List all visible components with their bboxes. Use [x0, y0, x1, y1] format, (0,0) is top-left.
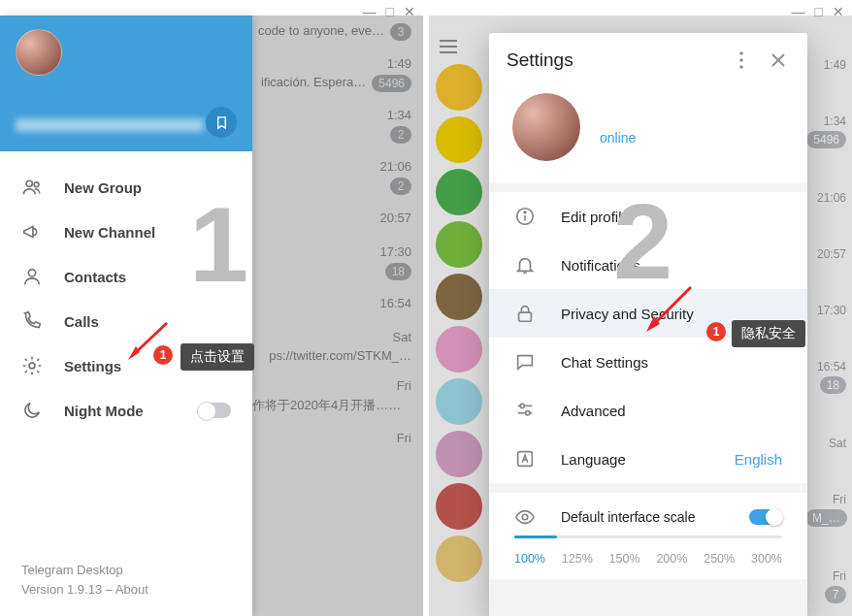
chat-row[interactable]: 1:342: [252, 100, 423, 151]
menu-label: New Group: [64, 179, 142, 196]
info-icon: [514, 206, 536, 227]
settings-notifications[interactable]: Notifications: [489, 241, 807, 289]
chat-avatar[interactable]: [436, 221, 482, 268]
window-controls-left: — □ ✕: [355, 0, 423, 23]
settings-title: Settings: [507, 49, 716, 71]
svg-point-19: [520, 404, 524, 407]
settings-advanced[interactable]: Advanced: [489, 386, 807, 435]
hamburger-icon[interactable]: [439, 39, 458, 54]
person-icon: [21, 266, 43, 287]
item-label: Privacy and Security: [561, 306, 694, 322]
chat-avatar[interactable]: [436, 116, 482, 163]
annotation-tooltip: 隐私安全: [732, 320, 805, 347]
svg-point-2: [28, 270, 35, 276]
saved-messages-button[interactable]: [206, 107, 237, 138]
scale-option[interactable]: 300%: [751, 552, 782, 566]
maximize-button[interactable]: □: [815, 4, 823, 19]
chat-row[interactable]: Fri作将于2020年4月开播…7: [252, 371, 423, 423]
menu-new-channel[interactable]: New Channel: [0, 210, 252, 254]
item-label: Notifications: [561, 257, 640, 274]
item-label: Edit profile: [561, 209, 630, 225]
app-version[interactable]: Version 1.9.13 – About: [21, 580, 231, 600]
svg-point-9: [739, 51, 743, 55]
menu-label: Settings: [64, 358, 121, 374]
scale-option[interactable]: 125%: [562, 552, 593, 566]
avatar[interactable]: [16, 29, 62, 76]
menu-new-group[interactable]: New Group: [0, 165, 252, 210]
item-label: Language: [561, 451, 626, 468]
more-icon[interactable]: [730, 49, 753, 72]
svg-point-21: [526, 411, 530, 415]
svg-point-1: [34, 182, 39, 187]
scale-slider[interactable]: [514, 535, 782, 538]
group-icon: [21, 177, 43, 198]
window-controls-right: — □ ✕: [784, 0, 852, 23]
night-mode-toggle[interactable]: [198, 403, 231, 418]
chat-avatar[interactable]: [436, 378, 482, 425]
sliders-icon: [514, 400, 536, 421]
chat-avatar[interactable]: [436, 169, 482, 215]
item-label: Chat Settings: [561, 354, 648, 371]
menu-label: New Channel: [64, 224, 155, 241]
app-name: Telegram Desktop: [21, 561, 231, 580]
scale-values: 100%125%150%200%250%300%: [514, 552, 782, 566]
language-value: English: [735, 451, 782, 468]
settings-language[interactable]: Language English: [489, 435, 807, 483]
scale-option[interactable]: 250%: [704, 552, 735, 566]
svg-point-10: [739, 58, 743, 62]
annotation-marker: 1: [706, 322, 726, 341]
minimize-button[interactable]: —: [792, 4, 805, 19]
scale-option[interactable]: 150%: [609, 552, 640, 566]
svg-point-11: [739, 65, 743, 69]
close-button[interactable]: ✕: [404, 4, 415, 19]
megaphone-icon: [21, 221, 43, 243]
chat-avatar[interactable]: [436, 326, 482, 373]
chat-row[interactable]: Satps://twitter.com/STKM_…: [252, 322, 423, 371]
scale-label: Default interface scale: [561, 509, 696, 525]
menu-night-mode[interactable]: Night Mode: [0, 388, 252, 433]
maximize-button[interactable]: □: [386, 4, 394, 19]
chat-row[interactable]: 17:3018: [252, 237, 423, 288]
language-icon: [514, 448, 536, 470]
bell-icon: [514, 254, 536, 276]
menu-calls[interactable]: Calls: [0, 299, 252, 343]
item-label: Advanced: [561, 403, 626, 419]
moon-icon: [21, 400, 43, 421]
scale-option[interactable]: 100%: [514, 552, 545, 566]
menu-label: Contacts: [64, 269, 126, 285]
lock-icon: [514, 303, 536, 324]
chat-row[interactable]: 16:54: [252, 288, 423, 322]
close-icon[interactable]: [767, 49, 790, 72]
profile-name-redacted: [600, 109, 668, 122]
drawer-header: [0, 16, 252, 151]
svg-rect-17: [519, 312, 532, 321]
svg-point-0: [26, 180, 32, 186]
chat-avatar[interactable]: [436, 483, 482, 530]
annotation-marker: 1: [153, 345, 173, 365]
scale-toggle[interactable]: [749, 509, 782, 525]
settings-edit-profile[interactable]: Edit profile: [489, 192, 807, 241]
gear-icon: [21, 355, 43, 376]
profile-avatar[interactable]: [512, 93, 580, 161]
chat-row[interactable]: 20:57: [252, 203, 423, 237]
username-redacted: [16, 118, 204, 132]
chat-avatar[interactable]: [436, 64, 482, 111]
chat-list-background: code to anyone, eve…31:49ificación. Espe…: [252, 16, 423, 616]
chat-avatar[interactable]: [436, 535, 482, 582]
chat-icon: [514, 351, 536, 373]
minimize-button[interactable]: —: [363, 4, 377, 19]
svg-point-23: [522, 514, 528, 520]
chat-row[interactable]: 21:062: [252, 151, 423, 203]
chat-avatar[interactable]: [436, 431, 482, 477]
scale-option[interactable]: 200%: [656, 552, 687, 566]
svg-point-16: [524, 211, 526, 213]
annotation-tooltip: 点击设置: [180, 343, 254, 371]
drawer-footer: Telegram Desktop Version 1.9.13 – About: [0, 561, 252, 616]
profile-status: online: [600, 130, 668, 146]
chat-row[interactable]: 1:49ificación. Espera…5496: [252, 49, 423, 100]
chat-row[interactable]: Fri: [252, 423, 423, 457]
svg-point-3: [29, 363, 35, 369]
menu-contacts[interactable]: Contacts: [0, 254, 252, 299]
chat-avatar[interactable]: [436, 274, 482, 320]
close-button[interactable]: ✕: [833, 4, 844, 19]
